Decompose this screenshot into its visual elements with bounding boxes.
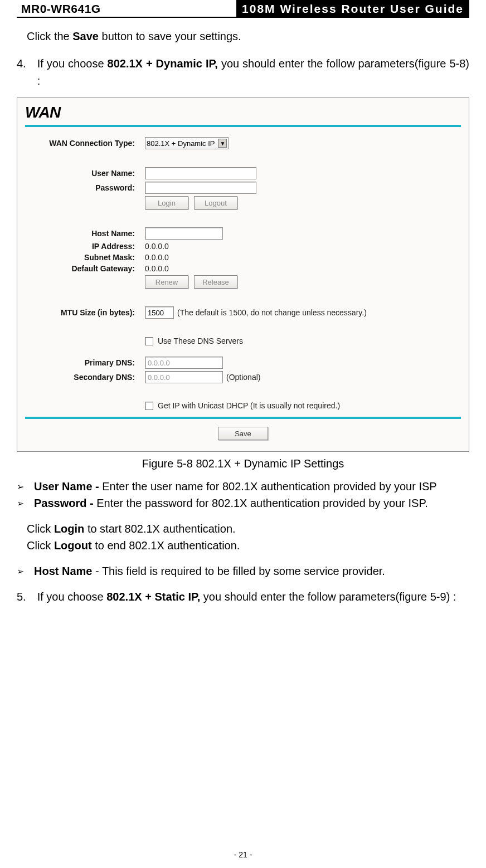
input-mtu[interactable] xyxy=(145,306,174,319)
checkbox-unicast-label: Get IP with Unicast DHCP (It is usually … xyxy=(158,401,340,410)
checkbox-unicast-row[interactable]: Get IP with Unicast DHCP (It is usually … xyxy=(145,401,340,410)
input-password[interactable] xyxy=(145,182,256,194)
mtu-note: (The default is 1500, do not change unle… xyxy=(177,308,367,317)
label-primary-dns: Primary DNS: xyxy=(25,358,145,367)
model-number: MR0-WR641G xyxy=(17,0,105,17)
divider-bottom xyxy=(25,417,461,419)
bullet-list-2: ➢ Host Name - This field is required to … xyxy=(17,563,469,579)
value-gateway: 0.0.0.0 xyxy=(145,264,169,273)
bullet-icon: ➢ xyxy=(17,563,24,579)
label-ip: IP Address: xyxy=(25,242,145,251)
value-ip: 0.0.0.0 xyxy=(145,242,169,251)
wan-title: WAN xyxy=(25,104,461,121)
step-number: 4. xyxy=(17,55,26,90)
login-button[interactable]: Login xyxy=(145,196,188,209)
chevron-down-icon: ▼ xyxy=(218,139,227,148)
bullet-icon: ➢ xyxy=(17,495,24,511)
step-4: 4. If you choose 802.1X + Dynamic IP, yo… xyxy=(17,55,469,90)
renew-button[interactable]: Renew xyxy=(145,275,188,289)
checkbox-icon xyxy=(145,337,153,345)
label-mtu: MTU Size (in bytes): xyxy=(25,308,145,317)
input-primary-dns[interactable] xyxy=(145,357,223,369)
input-secondary-dns[interactable] xyxy=(145,371,223,383)
bullet-list-1: ➢ User Name - Enter the user name for 80… xyxy=(17,478,469,511)
logout-button[interactable]: Logout xyxy=(194,196,237,209)
login-logout-info: Click Login to start 802.1X authenticati… xyxy=(27,520,469,554)
step-number: 5. xyxy=(17,588,26,606)
secondary-dns-optional: (Optional) xyxy=(226,373,260,382)
bullet-password: ➢ Password - Enter the password for 802.… xyxy=(17,495,469,511)
label-password: Password: xyxy=(25,183,145,192)
bullet-username: ➢ User Name - Enter the user name for 80… xyxy=(17,478,469,495)
step-5: 5. If you choose 802.1X + Static IP, you… xyxy=(17,588,469,606)
label-username: User Name: xyxy=(25,169,145,178)
release-button[interactable]: Release xyxy=(194,275,237,289)
checkbox-use-dns-label: Use These DNS Servers xyxy=(158,337,243,345)
label-secondary-dns: Secondary DNS: xyxy=(25,373,145,382)
label-gateway: Default Gateway: xyxy=(25,264,145,273)
step-text: If you choose 802.1X + Dynamic IP, you s… xyxy=(37,55,469,90)
page-header: MR0-WR641G 108M Wireless Router User Gui… xyxy=(17,0,469,18)
input-hostname[interactable] xyxy=(145,227,223,240)
checkbox-use-dns-row[interactable]: Use These DNS Servers xyxy=(145,337,243,345)
divider-top xyxy=(25,125,461,127)
label-conn-type: WAN Connection Type: xyxy=(25,139,145,148)
figure-caption: Figure 5-8 802.1X + Dynamic IP Settings xyxy=(17,457,469,470)
checkbox-icon xyxy=(145,402,153,410)
intro-paragraph: Click the Save button to save your setti… xyxy=(27,28,469,45)
input-username[interactable] xyxy=(145,167,256,179)
label-mask: Subnet Mask: xyxy=(25,253,145,262)
bullet-icon: ➢ xyxy=(17,478,24,495)
bullet-hostname: ➢ Host Name - This field is required to … xyxy=(17,563,469,579)
label-hostname: Host Name: xyxy=(25,229,145,238)
value-mask: 0.0.0.0 xyxy=(145,253,169,262)
wan-figure: WAN WAN Connection Type: 802.1X + Dynami… xyxy=(17,97,469,452)
page-number: - 21 - xyxy=(0,850,486,859)
step-text: If you choose 802.1X + Static IP, you sh… xyxy=(37,588,469,606)
doc-title: 108M Wireless Router User Guide xyxy=(236,0,469,17)
select-conn-type[interactable]: 802.1X + Dynamic IP ▼ xyxy=(145,137,229,149)
save-button[interactable]: Save xyxy=(218,427,268,440)
